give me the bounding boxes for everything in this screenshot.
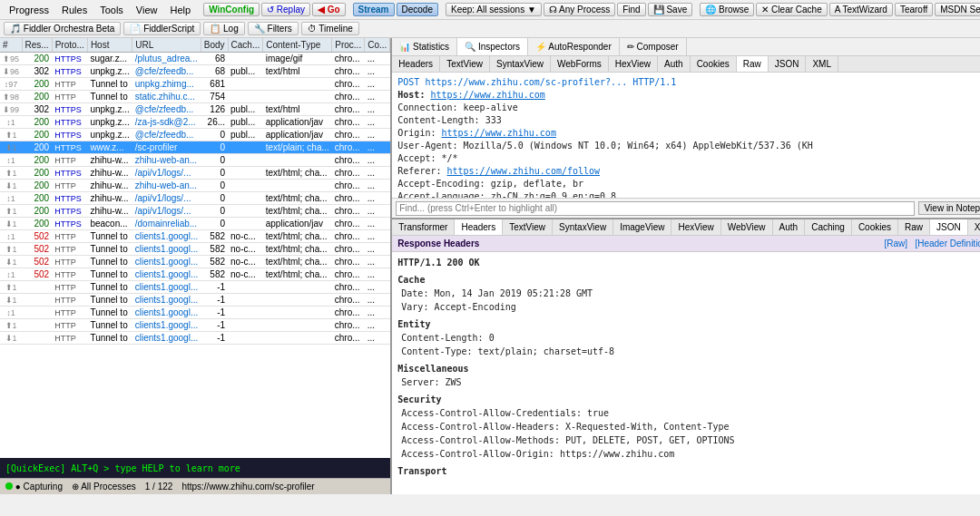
resp-tab-transformer[interactable]: Transformer (392, 219, 455, 235)
cell-protocol: HTTPS (52, 205, 87, 218)
resp-subtab-raw[interactable]: Raw (898, 219, 930, 235)
tab-autoresponder[interactable]: ⚡ AutoResponder (528, 38, 620, 55)
filters-button[interactable]: 🔧 Filters (248, 22, 299, 35)
menu-view[interactable]: View (131, 4, 163, 16)
clear-cache-button[interactable]: ✕ Clear Cache (756, 3, 827, 16)
table-row[interactable]: ⬆1 HTTP Tunnel to clients1.googl... -1 c… (0, 281, 390, 294)
table-row[interactable]: ↕1 502 HTTP Tunnel to clients1.googl... … (0, 268, 390, 281)
resp-tab-caching[interactable]: Caching (805, 219, 852, 235)
req-tab-headers[interactable]: Headers (392, 56, 440, 72)
response-content[interactable]: HTTP/1.1 200 OK Cache Date: Mon, 14 Jan … (392, 252, 980, 494)
decode-button[interactable]: Decode (397, 3, 438, 16)
winconfig-button[interactable]: WinConfig (203, 3, 260, 16)
replay-button[interactable]: ↺ Replay (261, 3, 310, 16)
table-row[interactable]: ↕1 200 HTTP zhihu-w... zhihu-web-an... 0… (0, 154, 390, 167)
textwizard-button[interactable]: A TextWizard (829, 3, 893, 16)
resp-tab-webview[interactable]: WebView (721, 219, 773, 235)
tearoff-button[interactable]: Tearoff (895, 3, 933, 16)
cell-body: 0 (201, 167, 228, 180)
cell-protocol: HTTPS (52, 141, 87, 154)
table-row[interactable]: ⬇1 200 HTTP zhihu-w... zhihu-web-an... 0… (0, 180, 390, 192)
fiddler-script-button[interactable]: 📄 FiddlerScript (123, 22, 201, 35)
req-tab-json[interactable]: JSON (769, 56, 807, 72)
table-row[interactable]: ⬇1 HTTP Tunnel to clients1.googl... -1 c… (0, 332, 390, 345)
tab-inspectors[interactable]: 🔍 Inspectors (457, 38, 528, 55)
req-tab-raw[interactable]: Raw (737, 56, 769, 72)
cell-process: chro... (332, 141, 365, 154)
cell-cache (228, 91, 263, 103)
table-row[interactable]: ⬇1 HTTP Tunnel to clients1.googl... -1 c… (0, 294, 390, 307)
resp-tab-auth[interactable]: Auth (773, 219, 806, 235)
table-row[interactable]: ↕1 502 HTTP Tunnel to clients1.googl... … (0, 230, 390, 243)
quickexec-bar[interactable]: [QuickExec] ALT+Q > type HELP to learn m… (0, 458, 390, 478)
resp-subtab-xml[interactable]: XML (968, 219, 980, 235)
resp-tab-hexview[interactable]: HexView (671, 219, 720, 235)
timeline-button[interactable]: ⏱ Timeline (301, 22, 359, 35)
req-tab-syntaxview[interactable]: SyntaxView (490, 56, 551, 72)
tab-statistics[interactable]: 📊 Statistics (392, 38, 457, 55)
menu-progress[interactable]: Progress (4, 4, 54, 16)
table-row[interactable]: ⬆1 200 HTTPS zhihu-w... /api/v1/logs/...… (0, 205, 390, 218)
browse-button[interactable]: 🌐 Browse (700, 3, 754, 16)
view-in-notepad-button[interactable]: View in Notepad (918, 201, 980, 215)
menu-tools[interactable]: Tools (94, 4, 129, 16)
table-row[interactable]: ⬆1 HTTP Tunnel to clients1.googl... -1 c… (0, 319, 390, 332)
log-button[interactable]: 📋 Log (203, 22, 244, 35)
table-row[interactable]: ⬆1 200 HTTPS zhihu-w... /api/v1/logs/...… (0, 167, 390, 180)
menu-rules[interactable]: Rules (56, 4, 93, 16)
req-tab-cookies[interactable]: Cookies (691, 56, 737, 72)
resp-tab-syntaxview[interactable]: SyntaxView (553, 219, 613, 235)
table-row[interactable]: ⬆1 200 HTTPS unpkg.z... @cfe/zfeedb... 0… (0, 129, 390, 141)
cell-body: 681 (201, 78, 228, 91)
table-row[interactable]: ↕1 200 HTTPS unpkg.z... /za-js-sdk@2... … (0, 116, 390, 129)
table-row[interactable]: ⬇99 302 HTTPS unpkg.z... @cfe/zfeedb... … (0, 103, 390, 116)
cell-cache (228, 154, 263, 167)
cell-cache (228, 319, 263, 332)
cell-id: ⬇1 (0, 218, 22, 230)
cell-extra: ... (365, 319, 390, 332)
resp-tab-textview[interactable]: TextView (503, 219, 553, 235)
cell-url: /za-js-sdk@2... (132, 116, 201, 129)
table-row[interactable]: ⬆95 200 HTTPS sugar.z... /plutus_adrea..… (0, 53, 390, 65)
req-tab-textview[interactable]: TextView (440, 56, 490, 72)
table-row[interactable]: ↕1 200 HTTPS zhihu-w... /api/v1/logs/...… (0, 192, 390, 205)
header-definitions-link[interactable]: [Header Definitions] (915, 239, 980, 248)
resp-tab-headers[interactable]: Headers (455, 219, 503, 235)
req-tab-xml[interactable]: XML (806, 56, 838, 72)
tab-composer[interactable]: ✏ Composer (620, 38, 687, 55)
menu-help[interactable]: Help (165, 4, 197, 16)
cell-body: 582 (201, 243, 228, 256)
table-row[interactable]: ⬇1 200 HTTPS beacon... /domainreliab... … (0, 218, 390, 230)
msdn-search-button[interactable]: MSDN Search... (935, 3, 980, 16)
req-tab-webforms[interactable]: WebForms (551, 56, 609, 72)
table-row[interactable]: ↕97 200 HTTP Tunnel to unpkg.zhimg... 68… (0, 78, 390, 91)
cell-status: 200 (22, 129, 52, 141)
req-tab-auth[interactable]: Auth (658, 56, 691, 72)
table-row[interactable]: ⬆1 502 HTTP Tunnel to clients1.googl... … (0, 243, 390, 256)
find-input[interactable] (396, 201, 914, 216)
any-process-button[interactable]: ☊ Any Process (544, 3, 615, 16)
cell-host: unpkg.z... (87, 65, 132, 78)
all-processes-label[interactable]: ⊕ All Processes (72, 482, 136, 492)
resp-tab-imageview[interactable]: ImageView (613, 219, 671, 235)
req-tab-hexview[interactable]: HexView (609, 56, 658, 72)
keep-sessions-button[interactable]: Keep: All sessions ▼ (446, 3, 542, 16)
response-header-links[interactable]: [Raw] [Header Definitions] (885, 239, 980, 248)
table-row[interactable]: ⬇1 502 HTTP Tunnel to clients1.googl... … (0, 256, 390, 268)
resp-subtab-cookies[interactable]: Cookies (852, 219, 898, 235)
table-row[interactable]: ⬇1 200 HTTPS www.z... /sc-profiler 0 tex… (0, 141, 390, 154)
session-table[interactable]: # Res... Proto... Host URL Body Cach... … (0, 38, 390, 458)
raw-link[interactable]: [Raw] (885, 239, 908, 248)
stream-button[interactable]: Stream (353, 3, 395, 16)
fiddler-orchestra-button[interactable]: 🎵 Fiddler Orchestra Beta (4, 22, 121, 35)
table-row[interactable]: ⬆98 200 HTTP Tunnel to static.zhihu.c...… (0, 91, 390, 103)
find-button[interactable]: Find (617, 3, 645, 16)
cell-status (22, 332, 52, 345)
save-button[interactable]: 💾 Save (648, 3, 693, 16)
resp-subtab-json[interactable]: JSON (930, 219, 968, 235)
go-button[interactable]: ◀ Go (312, 3, 346, 16)
table-row[interactable]: ⬇96 302 HTTPS unpkg.z... @cfe/zfeedb... … (0, 65, 390, 78)
request-content[interactable]: POST https://www.zhihu.com/sc-profiler?.… (392, 73, 980, 198)
table-row[interactable]: ↕1 HTTP Tunnel to clients1.googl... -1 c… (0, 307, 390, 319)
cell-process: chro... (332, 154, 365, 167)
